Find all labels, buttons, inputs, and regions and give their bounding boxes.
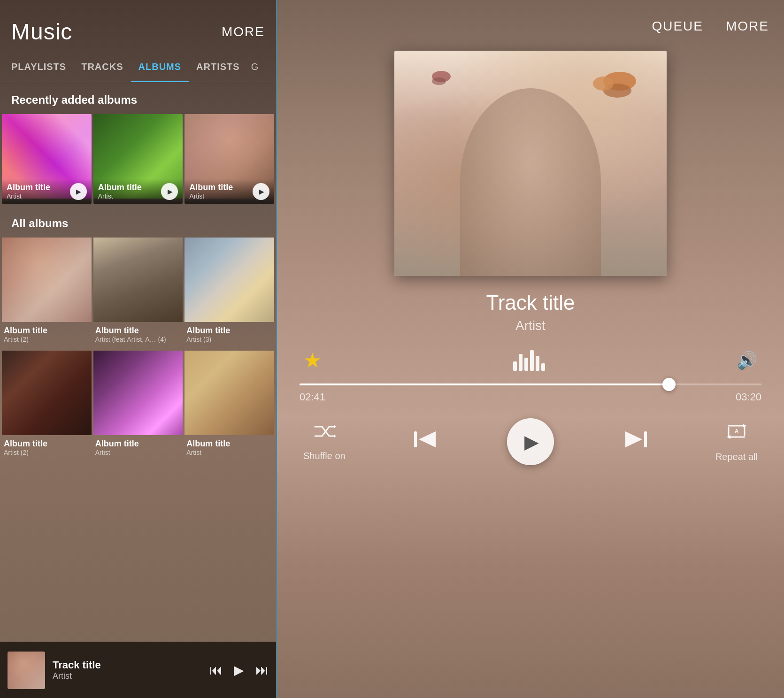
- grid-album-artist-3: Artist (3): [186, 336, 272, 343]
- grid-album-title-1: Album title: [4, 326, 90, 336]
- tab-artists[interactable]: ARTISTS: [189, 52, 247, 82]
- next-button[interactable]: [621, 428, 649, 456]
- play-album-3[interactable]: [253, 183, 269, 200]
- grid-album-artist-6: Artist: [186, 449, 272, 456]
- album-overlay-1: Album title Artist: [2, 179, 92, 204]
- queue-button[interactable]: QUEUE: [652, 19, 703, 34]
- app-title: Music: [11, 19, 72, 45]
- grid-album-artist-5: Artist: [95, 449, 181, 456]
- album-info-2: Album title Artist: [98, 183, 142, 200]
- grid-album-title-6: Album title: [186, 439, 272, 449]
- grid-album-artist-2: Artist (feat.Artist, A… (4): [95, 336, 181, 343]
- mini-player: Track title Artist ⏮ ▶ ⏭: [0, 642, 276, 698]
- play-pause-button[interactable]: [507, 418, 554, 465]
- progress-bar[interactable]: [300, 384, 761, 385]
- grid-album-artist-4: Artist (2): [4, 449, 90, 456]
- tabs-row: PLAYLISTS TRACKS ALBUMS ARTISTS G: [0, 52, 276, 82]
- favorite-button[interactable]: ★: [303, 348, 322, 372]
- recently-added-row: Album title Artist Album title Artist: [0, 114, 276, 206]
- eq-bar-2: [519, 354, 523, 371]
- track-title: Track title: [486, 291, 575, 314]
- shuffle-button[interactable]: Shuffle on: [303, 422, 346, 461]
- grid-album-title-4: Album title: [4, 439, 90, 449]
- grid-album-title-2: Album title: [95, 326, 181, 336]
- track-artist: Artist: [515, 318, 546, 333]
- volume-button[interactable]: 🔊: [737, 351, 758, 370]
- butterfly-left-icon: [432, 65, 469, 93]
- album-title-2: Album title: [98, 183, 142, 192]
- butterfly-right-icon: [592, 69, 638, 107]
- svg-text:A: A: [735, 428, 739, 435]
- time-row: 02:41 03:20: [300, 391, 761, 403]
- now-playing-area: Track title Artist ★ 🔊: [277, 41, 784, 698]
- mini-prev-button[interactable]: ⏮: [209, 662, 223, 678]
- grid-album-title-3: Album title: [186, 326, 272, 336]
- recent-album-2[interactable]: Album title Artist: [93, 114, 183, 204]
- equalizer-button[interactable]: [513, 350, 545, 371]
- grid-album-3[interactable]: Album title Artist (3): [184, 238, 274, 349]
- grid-thumb-3: [184, 238, 274, 322]
- album-info-3: Album title Artist: [189, 183, 233, 200]
- grid-album-1[interactable]: Album title Artist (2): [2, 238, 92, 349]
- grid-album-title-5: Album title: [95, 439, 181, 449]
- eq-bar-3: [524, 358, 528, 371]
- grid-album-artist-1: Artist (2): [4, 336, 90, 343]
- shuffle-svg: [313, 422, 336, 441]
- progress-container: 02:41 03:20: [296, 384, 765, 403]
- album-artist-1: Artist: [7, 192, 50, 200]
- mini-play-button[interactable]: ▶: [234, 662, 244, 678]
- right-more-button[interactable]: MORE: [726, 19, 769, 34]
- grid-album-info-3: Album title Artist (3): [184, 322, 274, 349]
- eq-bar-5: [536, 356, 539, 371]
- player-actions: ★ 🔊: [296, 348, 765, 372]
- repeat-icon: A: [725, 421, 748, 446]
- progress-thumb[interactable]: [662, 378, 676, 391]
- tab-tracks[interactable]: TRACKS: [74, 52, 131, 82]
- recent-album-1[interactable]: Album title Artist: [2, 114, 92, 204]
- tab-playlists[interactable]: PLAYLISTS: [4, 52, 74, 82]
- album-artist-3: Artist: [189, 192, 233, 200]
- grid-album-6[interactable]: Album title Artist: [184, 351, 274, 462]
- time-total: 03:20: [736, 391, 761, 403]
- grid-thumb-5: [93, 351, 183, 435]
- repeat-button[interactable]: A Repeat all: [715, 421, 758, 462]
- svg-marker-5: [334, 425, 336, 429]
- album-info-1: Album title Artist: [7, 183, 50, 200]
- all-albums-grid: Album title Artist (2) Album title Artis…: [0, 238, 276, 462]
- eq-bar-6: [541, 363, 545, 371]
- svg-point-4: [593, 77, 614, 91]
- recent-album-3[interactable]: Album title Artist: [184, 114, 274, 204]
- progress-fill: [300, 384, 669, 385]
- tab-more[interactable]: G: [247, 52, 262, 82]
- time-current: 02:41: [300, 391, 325, 403]
- grid-album-info-6: Album title Artist: [184, 435, 274, 462]
- play-album-1[interactable]: [70, 183, 87, 200]
- shuffle-label: Shuffle on: [303, 451, 346, 461]
- right-header: QUEUE MORE: [277, 0, 784, 41]
- repeat-svg: A: [725, 421, 748, 442]
- tab-albums[interactable]: ALBUMS: [131, 52, 189, 82]
- grid-album-2[interactable]: Album title Artist (feat.Artist, A… (4): [93, 238, 183, 349]
- grid-album-info-5: Album title Artist: [93, 435, 183, 462]
- shuffle-icon: [313, 422, 336, 445]
- grid-album-4[interactable]: Album title Artist (2): [2, 351, 92, 462]
- svg-rect-9: [644, 431, 647, 447]
- grid-album-info-1: Album title Artist (2): [2, 322, 92, 349]
- svg-marker-6: [334, 434, 336, 438]
- grid-album-5[interactable]: Album title Artist: [93, 351, 183, 462]
- mini-controls: ⏮ ▶ ⏭: [209, 662, 269, 678]
- all-albums-title: All albums: [0, 206, 276, 238]
- svg-marker-8: [419, 431, 436, 447]
- repeat-label: Repeat all: [715, 452, 758, 462]
- mini-next-button[interactable]: ⏭: [255, 662, 269, 678]
- eq-bar-4: [530, 350, 534, 371]
- svg-marker-10: [625, 431, 642, 447]
- album-overlay-2: Album title Artist: [93, 179, 183, 204]
- prev-icon: [412, 428, 440, 451]
- play-album-2[interactable]: [161, 183, 178, 200]
- left-header: Music MORE: [0, 0, 276, 52]
- grid-thumb-2: [93, 238, 183, 322]
- content-area: Recently added albums Album title Artist: [0, 82, 276, 698]
- prev-button[interactable]: [412, 428, 440, 456]
- more-button[interactable]: MORE: [222, 24, 265, 39]
